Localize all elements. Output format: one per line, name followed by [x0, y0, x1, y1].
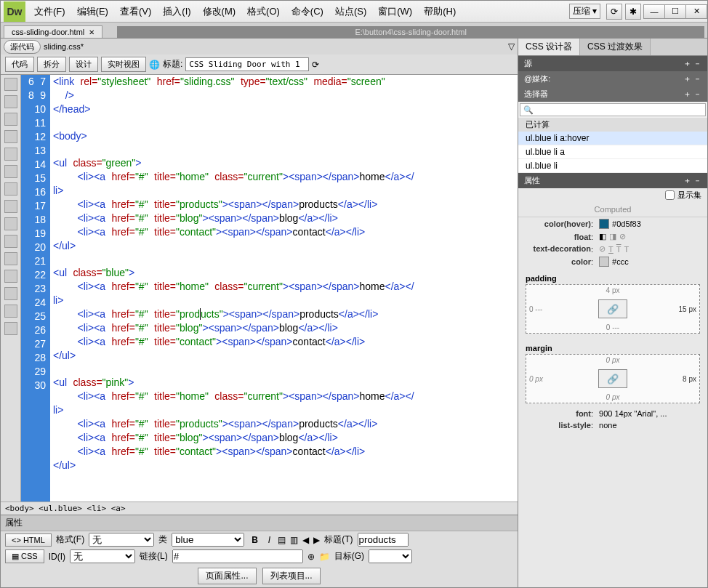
- prop-float[interactable]: float: ◧ ◨ ⊘: [518, 230, 707, 243]
- tool-icon[interactable]: [4, 113, 17, 126]
- document-path: E:\button4\css-sliding-door.html: [117, 26, 704, 38]
- td-none-icon[interactable]: ⊘: [599, 244, 606, 254]
- show-set-toggle[interactable]: 显示集: [518, 188, 707, 202]
- link-icon[interactable]: 🔗: [607, 374, 619, 384]
- bold-button[interactable]: B: [249, 535, 261, 545]
- tool-icon[interactable]: [4, 305, 17, 318]
- computed-header: Computed: [518, 202, 707, 217]
- sync-icon[interactable]: ⟳: [606, 4, 622, 20]
- css-transitions-tab[interactable]: CSS 过渡效果: [580, 39, 651, 55]
- indent-icon[interactable]: ▶: [313, 535, 320, 545]
- tool-icon[interactable]: [4, 322, 17, 335]
- related-file-tab[interactable]: sliding.css*: [44, 42, 84, 51]
- selector-item[interactable]: ul.blue li a:hover: [518, 132, 707, 145]
- tool-icon[interactable]: [4, 165, 17, 178]
- class-select[interactable]: blue: [172, 533, 244, 547]
- menu-edit[interactable]: 编辑(E): [71, 5, 114, 18]
- tool-icon[interactable]: [4, 95, 17, 108]
- refresh-icon[interactable]: ⟳: [312, 60, 319, 70]
- live-view-button[interactable]: 实时视图: [101, 57, 146, 72]
- selector-item[interactable]: ul.blue li: [518, 159, 707, 173]
- menu-format[interactable]: 格式(O): [241, 5, 286, 18]
- code-content[interactable]: <link rel="stylesheet" href="sliding.css…: [50, 75, 518, 502]
- prop-text-decoration[interactable]: text-decoration: ⊘ T T T: [518, 243, 707, 255]
- tool-icon[interactable]: [4, 148, 17, 161]
- design-view-button[interactable]: 设计: [69, 57, 98, 72]
- selectors-section[interactable]: 选择器＋ －: [518, 86, 707, 102]
- filter-icon[interactable]: ▽: [508, 41, 515, 52]
- link-label: 链接(L): [140, 550, 168, 563]
- tool-icon[interactable]: [4, 78, 17, 91]
- menu-commands[interactable]: 命令(C): [286, 5, 329, 18]
- tool-icon[interactable]: [4, 200, 17, 213]
- media-section[interactable]: @媒体:＋ －: [518, 71, 707, 86]
- padding-box-model: padding 4 px 15 px 0 --- 0 --- 🔗: [526, 273, 700, 334]
- menu-file[interactable]: 文件(F): [28, 5, 71, 18]
- list-ul-icon[interactable]: ▤: [278, 535, 286, 545]
- settings-icon[interactable]: ✱: [625, 4, 641, 20]
- title-attr-input[interactable]: [358, 533, 409, 547]
- menu-modify[interactable]: 修改(M): [197, 5, 242, 18]
- point-to-file-icon[interactable]: ⊕: [307, 552, 315, 562]
- tool-icon[interactable]: [4, 182, 17, 196]
- browse-folder-icon[interactable]: 📁: [319, 552, 330, 562]
- prop-color-hover[interactable]: color(hover): #0d5f83: [518, 217, 707, 230]
- menu-view[interactable]: 查看(V): [114, 5, 157, 18]
- italic-button[interactable]: I: [265, 535, 273, 545]
- code-editor[interactable]: 6 7 8 9 10 11 12 13 14 15 16 17 18 19 20…: [1, 75, 518, 502]
- page-title-input[interactable]: [185, 57, 309, 71]
- menu-insert[interactable]: 插入(I): [157, 5, 196, 18]
- tool-icon[interactable]: [4, 270, 17, 283]
- globe-icon[interactable]: 🌐: [149, 60, 160, 70]
- html-mode-button[interactable]: <> HTML: [5, 533, 52, 547]
- close-button[interactable]: ✕: [685, 4, 707, 19]
- css-designer-tab[interactable]: CSS 设计器: [518, 39, 580, 55]
- link-input[interactable]: [172, 549, 303, 563]
- color-swatch[interactable]: [599, 257, 609, 267]
- tool-icon[interactable]: [4, 287, 17, 300]
- source-code-tab[interactable]: 源代码: [4, 40, 41, 54]
- menu-help[interactable]: 帮助(H): [418, 5, 462, 18]
- workspace-dropdown[interactable]: 压缩 ▾: [569, 4, 600, 19]
- menu-site[interactable]: 站点(S): [329, 5, 372, 18]
- maximize-button[interactable]: ☐: [664, 4, 686, 19]
- tool-icon[interactable]: [4, 252, 17, 265]
- format-label: 格式(F): [56, 533, 84, 546]
- minimize-button[interactable]: —: [643, 4, 665, 19]
- tool-icon[interactable]: [4, 217, 17, 230]
- link-icon[interactable]: 🔗: [607, 304, 619, 315]
- show-set-checkbox[interactable]: [665, 190, 675, 200]
- sources-section[interactable]: 源＋ －: [518, 56, 707, 71]
- close-tab-icon[interactable]: ✕: [89, 28, 94, 36]
- split-view-button[interactable]: 拆分: [37, 57, 66, 72]
- prop-font[interactable]: font: 900 14px "Arial", ...: [518, 408, 707, 419]
- code-view-button[interactable]: 代码: [5, 57, 34, 72]
- id-select[interactable]: 无: [70, 549, 135, 563]
- tag-selector-breadcrumb[interactable]: <body> <ul.blue> <li> <a>: [1, 502, 518, 515]
- menubar: 文件(F) 编辑(E) 查看(V) 插入(I) 修改(M) 格式(O) 命令(C…: [28, 5, 569, 18]
- float-none-icon[interactable]: ⊘: [619, 232, 626, 241]
- selector-item[interactable]: ul.blue li a: [518, 145, 707, 159]
- format-select[interactable]: 无: [89, 533, 154, 547]
- tool-icon[interactable]: [4, 130, 17, 143]
- outdent-icon[interactable]: ◀: [302, 535, 309, 545]
- menu-window[interactable]: 窗口(W): [372, 5, 418, 18]
- prop-color[interactable]: color: #ccc: [518, 255, 707, 268]
- document-tab[interactable]: css-sliding-door.html ✕: [4, 25, 102, 38]
- prop-list-style[interactable]: list-style: none: [518, 419, 707, 431]
- document-tab-label: css-sliding-door.html: [12, 28, 84, 36]
- float-right-icon[interactable]: ◨: [609, 232, 616, 241]
- properties-section-header[interactable]: 属性＋ －: [518, 173, 707, 188]
- list-item-button[interactable]: 列表项目...: [262, 568, 321, 584]
- target-select[interactable]: [369, 549, 412, 563]
- css-mode-button[interactable]: ▦ CSS: [5, 549, 44, 563]
- list-ol-icon[interactable]: ▥: [290, 535, 298, 545]
- editor-pane: 源代码 sliding.css* ▽ 代码 拆分 设计 实时视图 🌐 标题: ⟳: [1, 39, 518, 587]
- page-properties-button[interactable]: 页面属性...: [198, 568, 256, 584]
- selector-search-input[interactable]: [520, 103, 706, 116]
- tool-icon[interactable]: [4, 235, 17, 248]
- main-area: 源代码 sliding.css* ▽ 代码 拆分 设计 实时视图 🌐 标题: ⟳: [1, 39, 707, 587]
- color-swatch[interactable]: [599, 219, 609, 229]
- computed-toggle[interactable]: 已计算: [518, 118, 707, 132]
- float-left-icon[interactable]: ◧: [599, 232, 606, 241]
